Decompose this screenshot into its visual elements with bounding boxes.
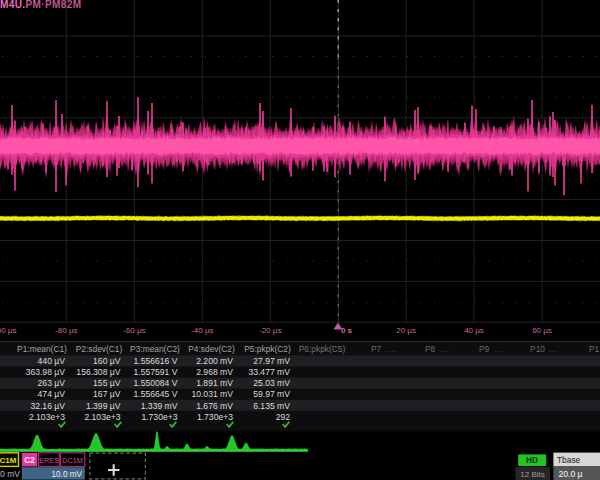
svg-text:32.16 µV: 32.16 µV	[30, 401, 65, 411]
svg-text:20 µs: 20 µs	[396, 326, 416, 335]
svg-text:ERES: ERES	[39, 456, 59, 465]
svg-text:M4U.PM·PM82M: M4U.PM·PM82M	[0, 0, 81, 10]
svg-text:1.339 mV: 1.339 mV	[141, 401, 178, 411]
svg-text:P1: P1	[589, 344, 600, 354]
svg-text:1.730e+3: 1.730e+3	[197, 412, 233, 422]
svg-text:1.730e+3: 1.730e+3	[141, 412, 177, 422]
svg-text:1.556616 V: 1.556616 V	[134, 356, 178, 366]
svg-text:-100 µs: -100 µs	[0, 326, 16, 335]
svg-text:263 µV: 263 µV	[38, 378, 66, 388]
svg-text:P5:pkpk(C2): P5:pkpk(C2)	[244, 344, 291, 354]
svg-text:10.0 mV: 10.0 mV	[52, 470, 83, 479]
svg-text:P1:mean(C1): P1:mean(C1)	[17, 344, 67, 354]
svg-text:HD: HD	[526, 456, 538, 465]
svg-text:2.103e+3: 2.103e+3	[84, 412, 120, 422]
svg-text:-80 µs: -80 µs	[55, 326, 77, 335]
svg-text:160 µV: 160 µV	[93, 356, 121, 366]
svg-text:Tbase: Tbase	[557, 455, 581, 465]
svg-text:33.477 mV: 33.477 mV	[248, 367, 290, 377]
svg-text:6.135 mV: 6.135 mV	[253, 401, 290, 411]
svg-text:0 mV: 0 mV	[0, 469, 20, 479]
svg-text:P6:pkpk(C5): P6:pkpk(C5)	[299, 344, 346, 354]
svg-text:25.03 mV: 25.03 mV	[253, 378, 290, 388]
svg-text:1.550084 V: 1.550084 V	[134, 378, 178, 388]
svg-text:P3:mean(C2): P3:mean(C2)	[130, 344, 180, 354]
svg-text:P2:sdev(C1): P2:sdev(C1)	[76, 344, 123, 354]
svg-text:....: ....	[494, 344, 503, 354]
svg-text:1.557591 V: 1.557591 V	[134, 367, 178, 377]
svg-text:363.98 µV: 363.98 µV	[26, 367, 66, 377]
svg-text:....: ....	[386, 344, 395, 354]
svg-text:27.97 mV: 27.97 mV	[253, 356, 290, 366]
svg-text:DC1M: DC1M	[62, 456, 82, 465]
svg-text:167 µV: 167 µV	[93, 389, 121, 399]
svg-text:....: ....	[548, 344, 557, 354]
svg-text:C2: C2	[24, 456, 35, 465]
svg-text:P7: P7	[371, 344, 382, 354]
svg-text:1.399 µV: 1.399 µV	[86, 401, 121, 411]
svg-text:DC1M: DC1M	[0, 456, 17, 465]
svg-text:1.676 mV: 1.676 mV	[196, 401, 233, 411]
svg-text:40 µs: 40 µs	[464, 326, 484, 335]
svg-text:1.891 mV: 1.891 mV	[196, 378, 233, 388]
svg-text:156.308 µV: 156.308 µV	[76, 367, 120, 377]
svg-text:10.031 mV: 10.031 mV	[191, 389, 233, 399]
svg-text:20.0 µ: 20.0 µ	[559, 469, 583, 479]
svg-text:-20 µs: -20 µs	[259, 326, 281, 335]
svg-text:1.556645 V: 1.556645 V	[134, 389, 178, 399]
svg-text:P10: P10	[530, 344, 545, 354]
svg-text:-40 µs: -40 µs	[191, 326, 213, 335]
svg-text:-60 µs: -60 µs	[123, 326, 145, 335]
svg-text:60 µs: 60 µs	[532, 326, 552, 335]
svg-text:440 µV: 440 µV	[38, 356, 66, 366]
svg-text:P9: P9	[479, 344, 490, 354]
svg-text:59.97 mV: 59.97 mV	[253, 389, 290, 399]
svg-text:12 Bits: 12 Bits	[520, 470, 544, 479]
svg-text:....: ....	[440, 344, 449, 354]
svg-text:2.968 mV: 2.968 mV	[196, 367, 233, 377]
svg-text:0 s: 0 s	[341, 326, 353, 335]
svg-text:P4:sdev(C2): P4:sdev(C2)	[188, 344, 235, 354]
svg-text:155 µV: 155 µV	[93, 378, 121, 388]
svg-text:2.103e+3: 2.103e+3	[29, 412, 65, 422]
svg-text:474 µV: 474 µV	[38, 389, 66, 399]
svg-text:P8: P8	[425, 344, 436, 354]
svg-text:292: 292	[276, 412, 291, 422]
svg-text:2.200 mV: 2.200 mV	[196, 356, 233, 366]
